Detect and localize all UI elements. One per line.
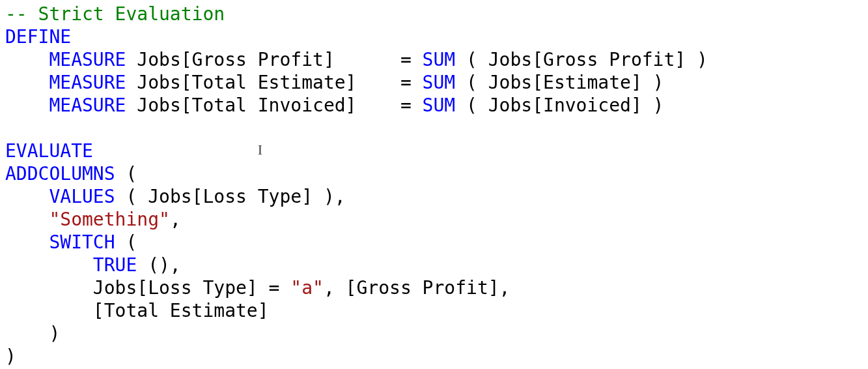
fn-sum: SUM (423, 95, 456, 116)
paren-open: ( (115, 231, 137, 253)
eq: = (400, 49, 423, 70)
eq: = (400, 72, 423, 93)
measure2-name: Jobs[Total Estimate] (126, 72, 400, 93)
code-comment: -- Strict Evaluation (5, 3, 225, 25)
fn-sum: SUM (423, 49, 456, 70)
comma: , (170, 209, 181, 230)
measure1-name: Jobs[Gross Profit] (126, 49, 400, 70)
fn-addcolumns: ADDCOLUMNS (5, 163, 115, 184)
switch-case-left: Jobs[Loss Type] = (93, 277, 290, 299)
indent (5, 277, 93, 299)
indent (5, 254, 93, 276)
measure1-arg: ( Jobs[Gross Profit] ) (455, 49, 708, 70)
switch-case-right: , [Gross Profit], (324, 277, 511, 299)
eq: = (400, 95, 423, 116)
kw-define: DEFINE (5, 26, 71, 48)
kw-measure: MEASURE (49, 95, 126, 116)
kw-evaluate: EVALUATE (5, 140, 93, 162)
values-arg: ( Jobs[Loss Type] ), (115, 186, 346, 207)
switch-else: [Total Estimate] (93, 300, 269, 321)
measure2-arg: ( Jobs[Estimate] ) (455, 72, 664, 93)
kw-measure: MEASURE (49, 49, 126, 70)
indent (5, 231, 49, 253)
paren-close: ) (49, 323, 60, 344)
paren-close: ) (5, 346, 16, 367)
indent (5, 72, 49, 93)
indent (5, 323, 49, 344)
dax-code-block[interactable]: -- Strict Evaluation DEFINE MEASURE Jobs… (0, 0, 868, 369)
fn-values: VALUES (49, 186, 115, 207)
fn-switch: SWITCH (49, 231, 115, 253)
true-tail: (), (137, 254, 180, 276)
kw-measure: MEASURE (49, 72, 126, 93)
string-a: "a" (290, 277, 324, 299)
fn-sum: SUM (423, 72, 456, 93)
measure3-arg: ( Jobs[Invoiced] ) (455, 95, 664, 116)
fn-true: TRUE (93, 254, 137, 276)
measure3-name: Jobs[Total Invoiced] (126, 95, 400, 116)
indent (5, 209, 49, 230)
indent (5, 49, 49, 70)
indent (5, 300, 93, 321)
string-something: "Something" (49, 209, 169, 230)
indent (5, 186, 49, 207)
indent (5, 95, 49, 116)
paren-open: ( (115, 163, 137, 184)
